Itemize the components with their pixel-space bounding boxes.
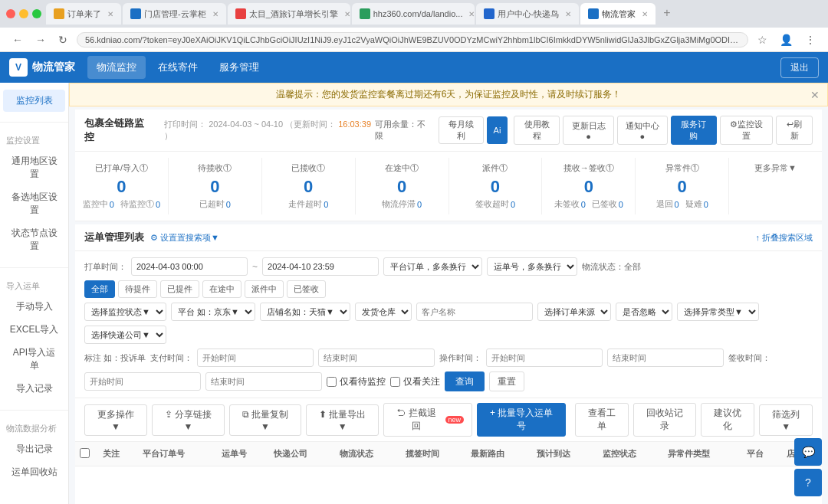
sign-time-start-input[interactable] — [84, 372, 201, 391]
tab-2-close[interactable]: ✕ — [212, 10, 219, 18]
sidebar-item-manual-import[interactable]: 手动导入 — [3, 296, 65, 318]
stat-pickedup-label: 已揽收① — [265, 162, 352, 174]
site-recall-btn[interactable]: 回收站记录 — [633, 403, 696, 437]
customer-input[interactable] — [416, 303, 533, 321]
pay-time-start-input[interactable] — [197, 349, 314, 367]
status-tab-picked[interactable]: 已提件 — [160, 280, 199, 298]
notice-close-btn[interactable]: ✕ — [810, 89, 820, 101]
filter-select-btn[interactable]: 筛选列▼ — [759, 404, 813, 436]
notify-btn[interactable]: 通知中心● — [617, 116, 668, 145]
sidebar-item-backup-region[interactable]: 备选地区设置 — [3, 186, 65, 221]
nav-service-manage[interactable]: 服务管理 — [210, 56, 268, 79]
maximize-dot[interactable] — [32, 9, 41, 18]
stat-printed-sub: 监控中0 待监控①0 — [78, 198, 165, 210]
view-work-btn[interactable]: 查看工单 — [575, 403, 629, 437]
ai-btn[interactable]: Ai — [487, 116, 508, 144]
op-time-end-input[interactable] — [607, 349, 724, 367]
stat-signed-sub: 未签收0 已签收0 — [545, 198, 632, 210]
bookmark-btn[interactable]: ☆ — [754, 32, 770, 47]
sidebar-item-status-node[interactable]: 状态节点设置 — [3, 222, 65, 257]
nav-online-ship[interactable]: 在线寄件 — [149, 56, 207, 79]
more-ops-btn[interactable]: 更多操作▼ — [84, 404, 147, 436]
empty-state: ◈ ◈暂无任何包裹运单数据 请参考以下方案： 1、搜索条件是否正确？重置搜索条件… — [80, 473, 817, 504]
nav-logistics-monitor[interactable]: 物流监控 — [87, 56, 146, 79]
reload-btn[interactable]: ↻ — [55, 32, 71, 47]
close-dot[interactable] — [6, 9, 15, 18]
collapse-search-link[interactable]: ↑ 折叠搜索区域 — [755, 232, 813, 244]
sign-time-end-input[interactable] — [205, 372, 322, 391]
platform-select[interactable]: 平台 如：京东▼ — [171, 303, 255, 321]
platform-order-select[interactable]: 平台订单，多条换行 — [383, 257, 482, 276]
pay-time-end-input[interactable] — [318, 349, 435, 367]
sidebar-title-data: 物流数据分析 — [0, 420, 68, 437]
chat-help-btn[interactable]: 💬 — [794, 438, 822, 466]
select-all-checkbox[interactable] — [80, 448, 90, 458]
block-back-btn[interactable]: ⮌ 拦截退回 new — [383, 403, 472, 437]
question-help-btn[interactable]: ? — [794, 469, 822, 496]
back-btn[interactable]: ← — [9, 32, 26, 47]
tab-1-close[interactable]: ✕ — [107, 10, 113, 18]
status-tab-signed[interactable]: 已签收 — [287, 280, 326, 298]
batch-export-btn[interactable]: ⬆ 批量导出▼ — [306, 404, 379, 436]
sidebar-item-recycle[interactable]: 运单回收站 — [3, 461, 65, 483]
tab-3-close[interactable]: ✕ — [344, 10, 350, 18]
batch-import-btn[interactable]: + 批量导入运单号 — [477, 403, 566, 437]
minimize-dot[interactable] — [19, 9, 28, 18]
monthly-renew-btn[interactable]: 每月续利 — [439, 116, 484, 144]
forward-btn[interactable]: → — [32, 32, 49, 47]
url-bar[interactable]: 56.kdniao.com/?token=eyJ0eXAiOiJKV1QiLCJ… — [77, 32, 748, 47]
new-tab-btn[interactable]: + — [657, 3, 676, 25]
status-tab-pending-pickup[interactable]: 待提件 — [118, 280, 157, 298]
sidebar-item-import-record[interactable]: 导入记录 — [3, 378, 65, 400]
batch-copy-btn[interactable]: ⧉ 批量复制▼ — [229, 404, 301, 436]
abnormal-type-select[interactable]: 选择异常类型▼ — [677, 303, 759, 321]
package-monitor-title: 包裹全链路监控 — [84, 116, 152, 144]
sidebar-item-region[interactable]: 通用地区设置 — [3, 150, 65, 185]
exit-btn[interactable]: 退出 — [780, 57, 819, 78]
changelog-btn[interactable]: 更新日志● — [563, 116, 613, 145]
source-select[interactable]: 选择订单来源 — [537, 303, 611, 321]
stat-printed-value: 0 — [78, 177, 165, 197]
sidebar-item-export-record[interactable]: 导出记录 — [3, 438, 65, 460]
tab-5[interactable]: 用户中心-快递鸟 ✕ — [476, 3, 580, 25]
set-search-fields-link[interactable]: ⚙ 设置置搜索项▼ — [150, 232, 219, 244]
sidebar-item-excel-import[interactable]: EXCEL导入 — [3, 319, 65, 341]
monitor-status-select[interactable]: 选择监控状态▼ — [84, 303, 166, 321]
print-time-end-input[interactable] — [262, 257, 379, 276]
warehouse-select[interactable]: 发货仓库 — [355, 303, 412, 321]
share-link-btn[interactable]: ⇪ 分享链接▼ — [152, 404, 225, 436]
express-company-select[interactable]: 选择快递公司▼ — [84, 326, 166, 344]
tab-6-icon — [588, 8, 599, 19]
tab-3[interactable]: 太目_酒旅订单增长引擎 ✕ — [228, 3, 350, 25]
tab-6-close[interactable]: ✕ — [642, 10, 648, 18]
tab-1[interactable]: 订单来了 ✕ — [46, 3, 121, 25]
tab-2[interactable]: 门店管理-云掌柜 ✕ — [123, 3, 226, 25]
suggest-opt-btn[interactable]: 建议优化 — [701, 403, 754, 437]
tab-4[interactable]: hhz360.com/da/landio... ✕ — [352, 3, 475, 25]
sidebar-item-api-import[interactable]: API导入运单 — [3, 342, 65, 377]
status-tab-in-transit[interactable]: 在途中 — [202, 280, 242, 298]
status-tab-delivering[interactable]: 派件中 — [245, 280, 284, 298]
tab-5-close[interactable]: ✕ — [565, 10, 571, 18]
reset-btn[interactable]: 重置 — [489, 371, 524, 391]
watch-follow-checkbox[interactable]: 仅看关注 — [390, 375, 440, 388]
search-btn[interactable]: 查询 — [445, 371, 485, 391]
status-tab-all[interactable]: 全部 — [84, 280, 115, 298]
sidebar-item-monitor-list[interactable]: 监控列表 — [3, 90, 65, 112]
ignore-select[interactable]: 是否忽略 — [616, 303, 672, 321]
stat-delivering-value: 0 — [452, 177, 539, 197]
refresh-btn[interactable]: ↩刷新 — [776, 116, 813, 145]
tab-4-close[interactable]: ✕ — [468, 10, 474, 18]
monitor-settings-btn[interactable]: ⚙监控设置 — [720, 116, 774, 145]
store-select[interactable]: 店铺名如：天猫▼ — [260, 303, 350, 321]
tutorial-btn[interactable]: 使用教程 — [514, 116, 560, 145]
tracking-select[interactable]: 运单号，多条换行 — [487, 257, 577, 276]
service-order-btn[interactable]: 服务订购 — [671, 116, 717, 145]
op-time-start-input[interactable] — [486, 349, 603, 367]
stat-more-abnormal[interactable]: 更多异常▼ — [729, 158, 822, 214]
profile-btn[interactable]: 👤 — [777, 32, 796, 47]
settings-btn[interactable]: ⋮ — [802, 32, 819, 47]
print-time-start-input[interactable] — [131, 257, 248, 276]
tab-6[interactable]: 物流管家 ✕ — [580, 3, 656, 25]
watch-pending-checkbox[interactable]: 仅看待监控 — [327, 375, 386, 388]
